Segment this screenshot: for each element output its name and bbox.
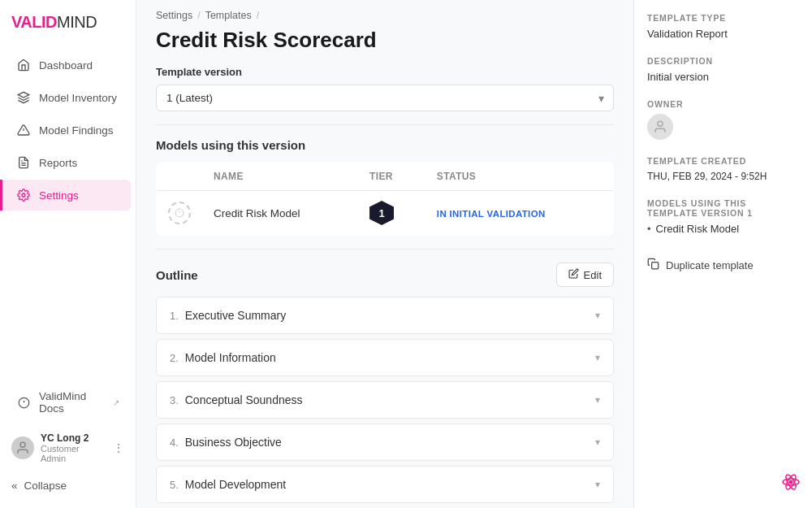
outline-item-1[interactable]: 1. Executive Summary ▾ [156,297,614,334]
svg-point-15 [789,480,793,484]
models-using-label: MODELS USING THIS TEMPLATE VERSION 1 [647,198,799,218]
avatar [11,436,34,459]
duplicate-template-button[interactable]: Duplicate template [647,251,799,279]
home-icon [16,58,31,72]
version-select[interactable]: 1 (Latest) [156,85,614,111]
edit-label: Edit [584,269,602,281]
col-name: NAME [202,163,358,191]
model-name: Credit Risk Model [202,191,358,236]
validmind-docs-link[interactable]: ValidMind Docs ↗ [5,382,131,423]
outline-header: Outline Edit [156,263,614,287]
chevron-down-icon: ▾ [595,479,600,490]
main-content: Settings / Templates / Credit Risk Score… [136,0,633,508]
template-created-value: THU, FEB 29, 2024 - 9:52H [647,171,799,182]
external-icon: ↗ [113,398,119,407]
table-row: Credit Risk Model 1 IN INITIAL VALIDATIO… [157,191,614,236]
chevron-down-icon: ▾ [595,310,600,321]
section-divider-2 [156,249,614,250]
col-status: STATUS [425,163,614,191]
edit-icon [568,268,579,281]
col-icon [157,163,203,191]
settings-icon [16,188,31,202]
user-role: Customer Admin [41,444,106,463]
edit-button[interactable]: Edit [556,263,614,287]
right-panel: TEMPLATE TYPE Validation Report DESCRIPT… [633,0,812,508]
model-list-name: Credit Risk Model [656,223,740,235]
collapse-arrow-icon: « [11,480,18,492]
external-link-icon [16,395,31,410]
duplicate-label: Duplicate template [666,259,754,271]
sidebar-item-model-findings[interactable]: Model Findings [5,115,131,145]
collapse-label: Collapse [24,480,67,492]
model-icon [168,202,191,224]
template-version-label: Template version [156,66,614,78]
version-select-wrapper: 1 (Latest) ▾ [156,85,614,111]
models-table: NAME TIER STATUS Credit Risk Model 1 [156,162,614,236]
sidebar-item-label: Model Inventory [39,92,117,104]
template-created-label: TEMPLATE CREATED [647,156,799,166]
validmind-docs-label: ValidMind Docs [39,390,103,415]
outline-item-label: 5. Model Development [170,478,286,491]
description-label: DESCRIPTION [647,56,799,66]
sidebar-item-reports[interactable]: Reports [5,147,131,178]
outline-item-label: 1. Executive Summary [170,309,286,322]
sidebar-bottom: ValidMind Docs ↗ YC Long 2 Customer Admi… [0,380,136,508]
logo-text: VALIDMIND [11,13,97,32]
status-badge: IN INITIAL VALIDATION [437,209,546,219]
owner-section: OWNER [647,99,799,140]
template-type-value: Validation Report [647,28,799,40]
alert-triangle-icon [16,123,31,137]
model-list-item: • Credit Risk Model [647,223,799,235]
chevron-down-icon: ▾ [595,352,600,363]
sidebar-item-dashboard[interactable]: Dashboard [5,50,131,80]
copy-icon [647,258,659,272]
col-tier: TIER [358,163,425,191]
models-section: Models using this version NAME TIER STAT… [156,138,614,236]
models-section-title: Models using this version [156,138,614,152]
sidebar-item-label: Model Findings [39,124,114,137]
owner-avatar [647,114,673,140]
sidebar-item-settings[interactable]: Settings [0,180,131,211]
svg-point-13 [658,121,663,126]
svg-point-5 [22,193,25,197]
sidebar-item-model-inventory[interactable]: Model Inventory [5,82,131,113]
outline-title: Outline [156,268,198,282]
layers-icon [16,90,31,105]
sidebar: VALIDMIND Dashboard Model Inventory Mode… [0,0,136,508]
outline-item-3[interactable]: 3. Conceptual Soundness ▾ [156,381,614,419]
breadcrumb-templates[interactable]: Templates [205,10,252,21]
section-divider [156,124,614,125]
logo: VALIDMIND [0,0,136,48]
react-icon [781,472,801,497]
template-type-label: TEMPLATE TYPE [647,13,799,23]
user-profile[interactable]: YC Long 2 Customer Admin ⋮ [0,424,136,471]
outline-item-label: 3. Conceptual Soundness [170,393,303,406]
template-type-section: TEMPLATE TYPE Validation Report [647,13,799,40]
template-created-section: TEMPLATE CREATED THU, FEB 29, 2024 - 9:5… [647,156,799,182]
breadcrumb: Settings / Templates / [156,10,614,21]
file-text-icon [16,155,31,170]
models-using-section: MODELS USING THIS TEMPLATE VERSION 1 • C… [647,198,799,235]
chevron-down-icon: ▾ [595,436,600,448]
outline-item-label: 2. Model Information [170,351,276,364]
outline-item-2[interactable]: 2. Model Information ▾ [156,339,614,376]
outline-item-4[interactable]: 4. Business Objective ▾ [156,423,614,461]
breadcrumb-settings[interactable]: Settings [156,10,192,21]
outline-section: Outline Edit 1. Executive Summary ▾ 2. M… [156,263,614,503]
tier-badge: 1 [369,201,394,225]
user-menu-button[interactable]: ⋮ [113,441,124,454]
template-version-section: Template version 1 (Latest) ▾ [156,66,614,111]
svg-marker-0 [18,92,28,98]
outline-item-label: 4. Business Objective [170,436,282,449]
sidebar-item-label: Settings [39,189,79,202]
page-title: Credit Risk Scorecard [156,28,614,53]
chevron-down-icon: ▾ [595,394,600,406]
description-section: DESCRIPTION Initial version [647,56,799,83]
user-info: YC Long 2 Customer Admin [41,432,106,463]
sidebar-nav: Dashboard Model Inventory Model Findings… [0,48,136,380]
sidebar-item-label: Dashboard [39,59,93,72]
outline-item-5[interactable]: 5. Model Development ▾ [156,466,614,503]
collapse-button[interactable]: « Collapse [0,471,136,500]
description-value: Initial version [647,71,799,83]
user-name: YC Long 2 [41,432,106,444]
